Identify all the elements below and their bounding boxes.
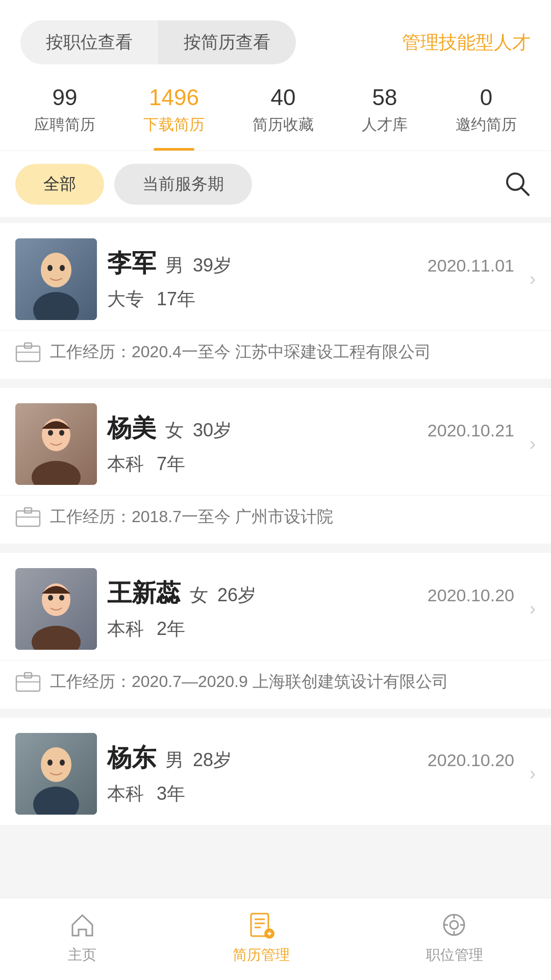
- resume-photo: [15, 733, 97, 815]
- chevron-right-icon: ›: [530, 268, 536, 290]
- tab-by-position[interactable]: 按职位查看: [20, 20, 158, 64]
- stat-item-3[interactable]: 58 人才库: [362, 85, 408, 151]
- stat-underline: [154, 148, 194, 151]
- profile-photo: [15, 403, 97, 485]
- resume-photo: [15, 568, 97, 650]
- stat-label-4: 邀约简历: [456, 114, 517, 135]
- tab-by-resume[interactable]: 按简历查看: [158, 20, 296, 64]
- search-button[interactable]: [499, 165, 536, 204]
- resume-exp: 2年: [157, 617, 185, 642]
- nav-home[interactable]: 主页: [68, 911, 96, 965]
- resume-name-row: 杨东 男 28岁 2020.10.20: [107, 742, 514, 774]
- resume-date: 2020.10.21: [428, 421, 514, 440]
- resume-age: 26岁: [217, 583, 256, 608]
- stats-row: 99 应聘简历 1496 下载简历 40 简历收藏 58 人才库 0 邀约简历: [0, 64, 551, 151]
- resume-edu: 本科: [107, 617, 144, 642]
- filter-all-btn[interactable]: 全部: [15, 164, 104, 205]
- resume-age: 28岁: [193, 748, 232, 773]
- profile-photo: [15, 733, 97, 815]
- search-icon: [504, 170, 531, 197]
- nav-position[interactable]: 职位管理: [426, 911, 483, 965]
- resume-edu-row: 本科 2年: [107, 617, 514, 642]
- stat-number-0: 99: [53, 85, 78, 110]
- resume-details: 李军 男 39岁 2020.11.01 大专 17年: [97, 247, 524, 312]
- resume-edu-row: 本科 3年: [107, 781, 514, 806]
- svg-point-5: [47, 265, 53, 271]
- resume-main-info: 杨美 女 30岁 2020.10.21 本科 7年 ›: [0, 388, 551, 495]
- resume-main-info: 杨东 男 28岁 2020.10.20 本科 3年 ›: [0, 718, 551, 825]
- resume-gender: 女: [190, 583, 208, 608]
- resume-exp: 17年: [157, 287, 195, 312]
- stat-item-1[interactable]: 1496 下载简历: [143, 85, 205, 151]
- resume-name: 王新蕊: [107, 577, 181, 609]
- resume-age: 39岁: [193, 253, 232, 278]
- resume-work-history: 工作经历：2020.4一至今 江苏中琛建设工程有限公司: [0, 330, 551, 379]
- chevron-right-icon: ›: [530, 433, 536, 455]
- stat-number-3: 58: [372, 85, 397, 110]
- filter-current-btn[interactable]: 当前服务期: [114, 164, 252, 205]
- resume-card[interactable]: 杨东 男 28岁 2020.10.20 本科 3年 ›: [0, 718, 551, 825]
- resume-exp: 7年: [157, 452, 185, 477]
- stat-number-2: 40: [271, 85, 296, 110]
- profile-photo: [15, 568, 97, 650]
- position-icon: [440, 911, 468, 939]
- work-history-icon: [15, 672, 41, 692]
- resume-icon: [247, 911, 275, 939]
- stat-label-0: 应聘简历: [34, 114, 95, 135]
- resume-date: 2020.10.20: [428, 750, 514, 770]
- stat-label-3: 人才库: [362, 114, 408, 135]
- resume-card[interactable]: 杨美 女 30岁 2020.10.21 本科 7年 ›: [0, 388, 551, 544]
- resume-card[interactable]: 王新蕊 女 26岁 2020.10.20 本科 2年 ›: [0, 553, 551, 708]
- nav-resume[interactable]: 简历管理: [233, 911, 290, 965]
- resume-name: 杨东: [107, 742, 156, 774]
- resume-gender: 男: [165, 748, 184, 773]
- manage-skills-link[interactable]: 管理技能型人才: [402, 30, 531, 55]
- resume-details: 杨美 女 30岁 2020.10.21 本科 7年: [97, 412, 524, 477]
- svg-point-6: [60, 265, 65, 271]
- resume-photo: [15, 238, 97, 320]
- resume-edu-row: 大专 17年: [107, 287, 514, 312]
- resume-gender: 男: [165, 253, 184, 278]
- resume-work-history: 工作经历：2020.7—2020.9 上海联创建筑设计有限公司: [0, 660, 551, 708]
- resume-exp: 3年: [157, 781, 185, 806]
- resume-date: 2020.11.01: [428, 256, 514, 276]
- chevron-right-icon: ›: [530, 598, 536, 620]
- resume-card[interactable]: 李军 男 39岁 2020.11.01 大专 17年 ›: [0, 223, 551, 379]
- resume-edu: 大专: [107, 287, 144, 312]
- svg-point-39: [450, 921, 458, 929]
- stat-number-1: 1496: [149, 85, 199, 110]
- nav-home-label: 主页: [68, 945, 96, 965]
- chevron-right-icon: ›: [530, 763, 536, 785]
- resume-list: 李军 男 39岁 2020.11.01 大专 17年 ›: [0, 223, 551, 825]
- resume-name: 杨美: [107, 412, 156, 445]
- stat-label-2: 简历收藏: [253, 114, 314, 135]
- svg-point-29: [47, 760, 53, 766]
- nav-position-label: 职位管理: [426, 945, 483, 965]
- svg-point-22: [59, 595, 64, 601]
- home-icon: [68, 911, 96, 939]
- resume-gender: 女: [165, 418, 184, 443]
- view-tab-group: 按职位查看 按简历查看: [20, 20, 296, 64]
- bottom-nav: 主页 简历管理 职位管理: [0, 898, 551, 980]
- resume-name-row: 李军 男 39岁 2020.11.01: [107, 247, 514, 280]
- svg-point-3: [41, 253, 71, 287]
- stat-label-1: 下载简历: [143, 114, 205, 135]
- stat-item-0[interactable]: 99 应聘简历: [34, 85, 95, 151]
- svg-point-14: [59, 430, 64, 436]
- resume-name-row: 王新蕊 女 26岁 2020.10.20: [107, 577, 514, 609]
- resume-photo: [15, 403, 97, 485]
- resume-edu-row: 本科 7年: [107, 452, 514, 477]
- resume-name: 李军: [107, 247, 156, 280]
- resume-details: 杨东 男 28岁 2020.10.20 本科 3年: [97, 742, 524, 806]
- stat-item-2[interactable]: 40 简历收藏: [253, 85, 314, 151]
- resume-date: 2020.10.20: [428, 585, 514, 605]
- svg-line-1: [521, 187, 529, 195]
- resume-edu: 本科: [107, 781, 144, 806]
- resume-main-info: 李军 男 39岁 2020.11.01 大专 17年 ›: [0, 223, 551, 330]
- svg-point-30: [60, 760, 65, 766]
- top-tab-bar: 按职位查看 按简历查看 管理技能型人才: [0, 0, 551, 64]
- svg-point-21: [48, 595, 53, 601]
- stat-item-4[interactable]: 0 邀约简历: [456, 85, 517, 151]
- work-history-icon: [15, 342, 41, 362]
- stat-number-4: 0: [480, 85, 492, 110]
